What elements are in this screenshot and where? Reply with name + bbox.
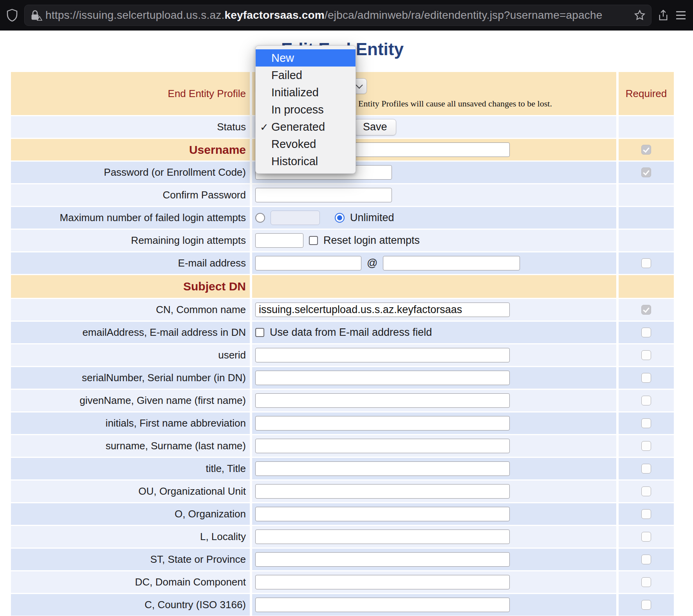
required-checkbox[interactable] bbox=[641, 328, 651, 337]
row-label: Remaining login attempts bbox=[11, 230, 250, 251]
title-input[interactable] bbox=[255, 461, 510, 476]
row-content: Use data from E-mail address field bbox=[252, 322, 616, 343]
required-checkbox[interactable] bbox=[641, 464, 651, 474]
save-button[interactable]: Save bbox=[354, 119, 396, 135]
email-domain-input[interactable] bbox=[383, 256, 520, 270]
required-checkbox[interactable] bbox=[641, 396, 651, 405]
row-content: @ bbox=[252, 252, 616, 274]
checkmark-icon bbox=[260, 121, 270, 133]
organization-input[interactable] bbox=[255, 507, 510, 521]
url-domain: keyfactorsaas.com bbox=[224, 9, 325, 21]
required-checkbox[interactable] bbox=[641, 441, 651, 451]
row-label: Maximum number of failed login attempts bbox=[11, 207, 250, 229]
required-header: Required bbox=[626, 88, 667, 100]
userid-input[interactable] bbox=[255, 348, 510, 362]
common-name-input[interactable] bbox=[255, 303, 510, 317]
chevron-down-icon bbox=[356, 81, 363, 88]
required-checkbox[interactable] bbox=[641, 258, 651, 268]
required-checkbox[interactable] bbox=[641, 418, 651, 428]
surname-input[interactable] bbox=[255, 439, 510, 453]
status-option-in-process[interactable]: In process bbox=[256, 101, 356, 118]
form-row: initials, First name abbreviation bbox=[11, 412, 674, 434]
row-label: L, Locality bbox=[11, 526, 250, 548]
share-icon[interactable] bbox=[658, 9, 669, 21]
required-checkbox[interactable] bbox=[641, 145, 651, 155]
givenname-input[interactable] bbox=[255, 393, 510, 408]
form-row: Subject DN bbox=[11, 275, 674, 298]
shield-icon[interactable] bbox=[6, 9, 18, 22]
row-label: userid bbox=[11, 344, 250, 366]
row-content bbox=[252, 367, 616, 389]
row-label: O, Organization bbox=[11, 503, 250, 525]
form-row: Remaining login attemptsReset login atte… bbox=[11, 230, 674, 251]
row-label: Password (or Enrollment Code) bbox=[11, 162, 250, 183]
required-checkbox[interactable] bbox=[641, 486, 651, 496]
form-row: surname, Surname (last name) bbox=[11, 435, 674, 457]
warning-badge-icon bbox=[37, 15, 42, 22]
country-input[interactable] bbox=[255, 598, 510, 612]
max-failed-attempts-input[interactable] bbox=[271, 211, 320, 225]
unlimited-radio[interactable] bbox=[335, 213, 345, 223]
at-separator: @ bbox=[367, 257, 377, 269]
domain-component-input[interactable] bbox=[255, 575, 510, 589]
row-content bbox=[252, 435, 616, 457]
form-row: Maximum number of failed login attemptsU… bbox=[11, 207, 674, 229]
use-email-data-label: Use data from E-mail address field bbox=[270, 326, 432, 339]
row-required bbox=[619, 116, 674, 138]
form-row: OU, Organizational Unit bbox=[11, 481, 674, 502]
menu-icon[interactable] bbox=[675, 10, 687, 20]
confirm-password-input[interactable] bbox=[255, 188, 392, 202]
required-checkbox[interactable] bbox=[641, 532, 651, 542]
row-required bbox=[619, 503, 674, 525]
row-required bbox=[619, 139, 674, 160]
status-option-historical[interactable]: Historical bbox=[256, 153, 356, 170]
email-local-input[interactable] bbox=[255, 256, 361, 270]
lock-insecure-icon[interactable] bbox=[30, 9, 40, 21]
required-checkbox[interactable] bbox=[641, 577, 651, 587]
row-content bbox=[252, 184, 616, 206]
limited-attempts-radio[interactable] bbox=[255, 213, 265, 223]
row-label: Subject DN bbox=[11, 275, 250, 298]
organizational-unit-input[interactable] bbox=[255, 484, 510, 499]
row-required bbox=[619, 571, 674, 593]
row-label: End Entity Profile bbox=[11, 72, 250, 115]
unlimited-label: Unlimited bbox=[350, 212, 394, 224]
reset-login-attempts-label: Reset login attempts bbox=[323, 234, 420, 247]
required-checkbox[interactable] bbox=[641, 509, 651, 519]
form-row: serialNumber, Serial number (in DN) bbox=[11, 367, 674, 389]
row-label: E-mail address bbox=[11, 252, 250, 274]
locality-input[interactable] bbox=[255, 530, 510, 544]
menu-item-label: Initialized bbox=[271, 86, 319, 99]
reset-login-attempts-checkbox[interactable] bbox=[309, 236, 318, 245]
use-email-data-checkbox[interactable] bbox=[255, 328, 264, 337]
status-option-failed[interactable]: Failed bbox=[256, 67, 356, 84]
row-required bbox=[619, 299, 674, 321]
row-label: givenName, Given name (first name) bbox=[11, 390, 250, 411]
bookmark-star-icon[interactable] bbox=[634, 9, 646, 21]
required-checkbox[interactable] bbox=[641, 373, 651, 383]
status-option-generated[interactable]: Generated bbox=[256, 118, 356, 135]
menu-item-label: Revoked bbox=[271, 138, 316, 151]
status-option-revoked[interactable]: Revoked bbox=[256, 135, 356, 153]
menu-item-label: Failed bbox=[271, 69, 302, 82]
required-checkbox[interactable] bbox=[641, 350, 651, 360]
remaining-attempts-input[interactable] bbox=[255, 233, 303, 248]
form-row: emailAddress, E-mail address in DNUse da… bbox=[11, 322, 674, 343]
status-option-new[interactable]: New bbox=[256, 49, 356, 67]
url-bar[interactable]: https://issuing.selcertupload.us.s.az.ke… bbox=[24, 5, 651, 26]
url-prefix: https://issuing.selcertupload.us.s.az. bbox=[45, 9, 224, 21]
row-required bbox=[619, 230, 674, 251]
initials-input[interactable] bbox=[255, 416, 510, 430]
row-label: CN, Common name bbox=[11, 299, 250, 321]
menu-item-label: Generated bbox=[271, 121, 325, 133]
state-province-input[interactable] bbox=[255, 552, 510, 567]
form-row: Confirm Password bbox=[11, 184, 674, 206]
serialnumber-input[interactable] bbox=[255, 371, 510, 385]
required-checkbox[interactable] bbox=[641, 305, 651, 315]
status-option-initialized[interactable]: Initialized bbox=[256, 84, 356, 101]
required-checkbox[interactable] bbox=[641, 555, 651, 564]
row-label: initials, First name abbreviation bbox=[11, 412, 250, 434]
row-required bbox=[619, 458, 674, 479]
required-checkbox[interactable] bbox=[641, 600, 651, 610]
required-checkbox[interactable] bbox=[641, 168, 651, 177]
